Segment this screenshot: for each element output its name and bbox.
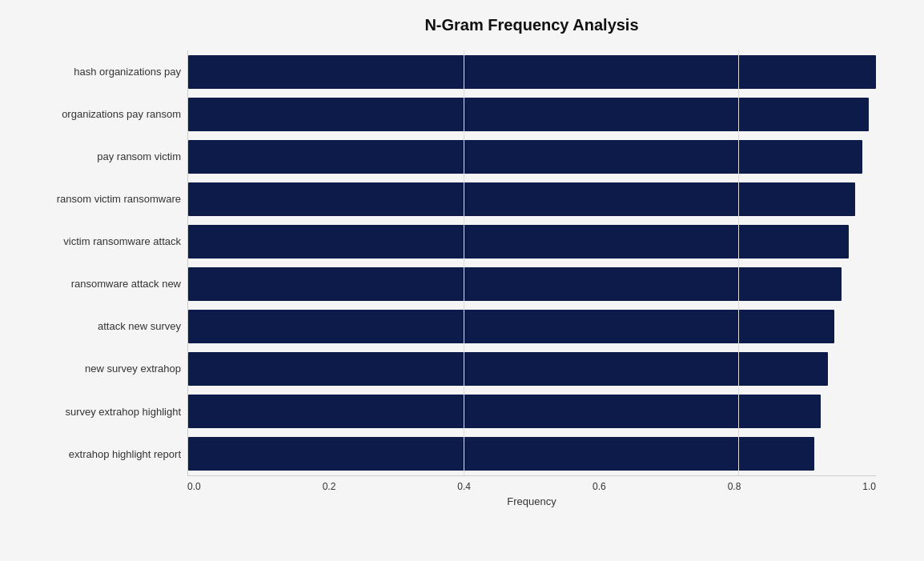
x-tick-label: 0.6 [593, 481, 606, 492]
bar-row [188, 391, 876, 431]
bar-row [188, 179, 876, 219]
chart-title: N-Gram Frequency Analysis [187, 16, 876, 34]
x-tick-label: 0.2 [323, 481, 336, 492]
bar [188, 437, 814, 471]
y-axis-label: ransomware attack new [16, 278, 181, 291]
x-tick-label: 1.0 [862, 481, 876, 492]
bar-row [188, 94, 876, 134]
bar [188, 55, 876, 89]
bar-row [188, 264, 876, 304]
y-axis-label: hash organizations pay [16, 66, 181, 78]
bar-row [188, 222, 876, 262]
y-axis-label: organizations pay ransom [16, 108, 181, 121]
bar [188, 182, 855, 216]
bar [188, 352, 828, 386]
bars-and-xaxis: 0.00.20.40.60.81.0 Frequency [187, 50, 876, 507]
x-tick-label: 0.8 [728, 481, 741, 492]
bar [188, 140, 862, 174]
bar-row [188, 349, 876, 389]
bar [188, 395, 821, 428]
y-axis-label: survey extrahop highlight [16, 406, 181, 419]
y-axis-label: new survey extrahop [16, 363, 181, 375]
x-tick-label: 0.0 [187, 481, 201, 492]
y-axis-label: pay ransom victim [16, 150, 181, 163]
bars-section [187, 50, 876, 476]
bar-row [188, 434, 876, 474]
y-axis-label: extrahop highlight report [16, 448, 181, 461]
y-axis-labels: hash organizations payorganizations pay … [16, 50, 187, 507]
y-axis-label: attack new survey [16, 320, 181, 333]
y-axis-label: ransom victim ransomware [16, 193, 181, 206]
bar [188, 98, 869, 131]
bar-row [188, 52, 876, 92]
y-axis-label: victim ransomware attack [16, 235, 181, 248]
x-axis-title: Frequency [187, 495, 876, 507]
x-tick-label: 0.4 [457, 481, 471, 492]
chart-area: hash organizations payorganizations pay … [16, 50, 876, 507]
bar [188, 225, 849, 258]
bar-row [188, 307, 876, 347]
bar-row [188, 137, 876, 177]
bar [188, 310, 834, 343]
chart-container: N-Gram Frequency Analysis hash organizat… [0, 0, 924, 561]
bar [188, 267, 842, 301]
x-axis-labels: 0.00.20.40.60.81.0 [187, 476, 876, 492]
